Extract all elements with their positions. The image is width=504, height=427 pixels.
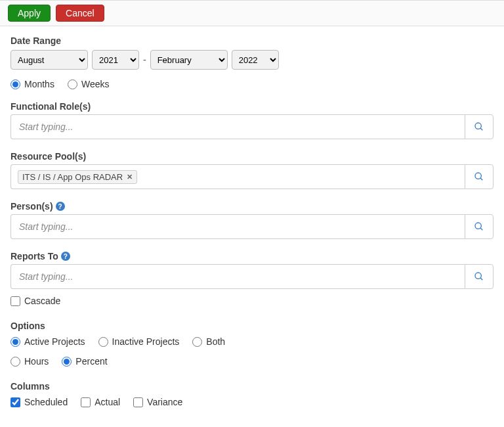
filter-form: Date Range August 2021 - February 2022 M… xyxy=(0,26,504,423)
inactive-projects-radio-label: Inactive Projects xyxy=(112,336,180,347)
project-filter-group: Active Projects Inactive Projects Both xyxy=(10,336,494,347)
active-projects-radio-input[interactable] xyxy=(10,337,20,347)
percent-radio-label: Percent xyxy=(75,356,107,367)
columns-checkbox-group: Scheduled Actual Variance xyxy=(10,397,494,407)
scheduled-checkbox-input[interactable] xyxy=(10,397,20,407)
months-radio-label: Months xyxy=(24,79,54,89)
resource-pools-search-button[interactable] xyxy=(465,164,494,189)
resource-pools-input[interactable] xyxy=(141,171,458,183)
date-range-separator: - xyxy=(143,55,146,65)
functional-roles-group xyxy=(10,114,494,139)
percent-radio-input[interactable] xyxy=(62,357,72,367)
persons-input[interactable] xyxy=(18,221,458,233)
columns-label: Columns xyxy=(10,381,494,392)
cancel-button[interactable]: Cancel xyxy=(56,5,104,22)
svg-point-0 xyxy=(475,123,481,129)
reports-to-input[interactable] xyxy=(18,271,458,282)
months-radio-input[interactable] xyxy=(10,79,20,89)
search-icon xyxy=(474,171,484,182)
weeks-radio-input[interactable] xyxy=(68,79,77,89)
resource-pool-tag[interactable]: ITS / IS / App Ops RADAR ✕ xyxy=(18,170,137,184)
active-projects-radio[interactable]: Active Projects xyxy=(10,336,85,347)
svg-point-6 xyxy=(475,273,481,279)
action-toolbar: Apply Cancel xyxy=(0,0,504,26)
functional-roles-search-button[interactable] xyxy=(465,114,494,139)
reports-to-search-button[interactable] xyxy=(465,264,494,289)
inactive-projects-radio-input[interactable] xyxy=(98,337,108,347)
search-icon xyxy=(474,221,484,232)
inactive-projects-radio[interactable]: Inactive Projects xyxy=(98,336,180,347)
variance-checkbox[interactable]: Variance xyxy=(133,397,182,407)
date-range-row: August 2021 - February 2022 xyxy=(10,50,494,70)
end-year-select[interactable]: 2022 xyxy=(232,50,279,70)
svg-point-2 xyxy=(475,173,481,179)
reports-to-label: Reports To ? xyxy=(10,251,494,261)
start-month-select[interactable]: August xyxy=(10,50,88,70)
cascade-checkbox-input[interactable] xyxy=(10,296,20,306)
hours-radio-input[interactable] xyxy=(10,357,20,367)
persons-input-wrap[interactable] xyxy=(10,214,465,239)
resource-pool-tag-label: ITS / IS / App Ops RADAR xyxy=(22,172,123,182)
hours-radio[interactable]: Hours xyxy=(10,356,49,367)
persons-search-button[interactable] xyxy=(465,214,494,239)
persons-label: Person(s) ? xyxy=(10,201,494,212)
svg-line-1 xyxy=(480,128,482,130)
help-icon[interactable]: ? xyxy=(56,202,65,211)
percent-radio[interactable]: Percent xyxy=(62,356,107,367)
close-icon[interactable]: ✕ xyxy=(127,173,133,181)
hours-radio-label: Hours xyxy=(24,356,49,367)
resource-pools-label: Resource Pool(s) xyxy=(10,151,494,162)
scheduled-checkbox[interactable]: Scheduled xyxy=(10,397,68,407)
svg-line-7 xyxy=(480,278,482,280)
unit-radio-group: Hours Percent xyxy=(10,356,494,367)
variance-checkbox-label: Variance xyxy=(147,397,182,407)
actual-checkbox-input[interactable] xyxy=(81,397,91,407)
search-icon xyxy=(474,122,484,132)
actual-checkbox[interactable]: Actual xyxy=(81,397,120,407)
weeks-radio-label: Weeks xyxy=(81,79,110,89)
persons-group xyxy=(10,214,494,239)
weeks-radio[interactable]: Weeks xyxy=(68,79,110,89)
functional-roles-input-wrap[interactable] xyxy=(10,114,465,139)
actual-checkbox-label: Actual xyxy=(94,397,120,407)
svg-line-3 xyxy=(480,178,482,180)
date-range-label: Date Range xyxy=(10,35,494,46)
svg-point-4 xyxy=(475,223,481,229)
functional-roles-label: Functional Role(s) xyxy=(10,101,494,112)
resource-pools-input-wrap[interactable]: ITS / IS / App Ops RADAR ✕ xyxy=(10,164,465,189)
cascade-checkbox[interactable]: Cascade xyxy=(10,296,494,306)
active-projects-radio-label: Active Projects xyxy=(24,336,85,347)
reports-to-input-wrap[interactable] xyxy=(10,264,465,289)
granularity-radio-group: Months Weeks xyxy=(10,79,494,89)
help-icon[interactable]: ? xyxy=(61,252,70,261)
end-month-select[interactable]: February xyxy=(150,50,228,70)
both-projects-radio[interactable]: Both xyxy=(192,336,225,347)
both-projects-radio-label: Both xyxy=(206,336,225,347)
cascade-checkbox-label: Cascade xyxy=(24,296,60,306)
months-radio[interactable]: Months xyxy=(10,79,54,89)
functional-roles-input[interactable] xyxy=(18,121,458,133)
resource-pools-group: ITS / IS / App Ops RADAR ✕ xyxy=(10,164,494,189)
search-icon xyxy=(474,271,484,282)
svg-line-5 xyxy=(480,228,482,230)
scheduled-checkbox-label: Scheduled xyxy=(24,397,68,407)
apply-button[interactable]: Apply xyxy=(8,5,51,22)
reports-to-group xyxy=(10,264,494,289)
both-projects-radio-input[interactable] xyxy=(192,337,202,347)
start-year-select[interactable]: 2021 xyxy=(92,50,139,70)
variance-checkbox-input[interactable] xyxy=(133,397,143,407)
options-label: Options xyxy=(10,321,494,331)
